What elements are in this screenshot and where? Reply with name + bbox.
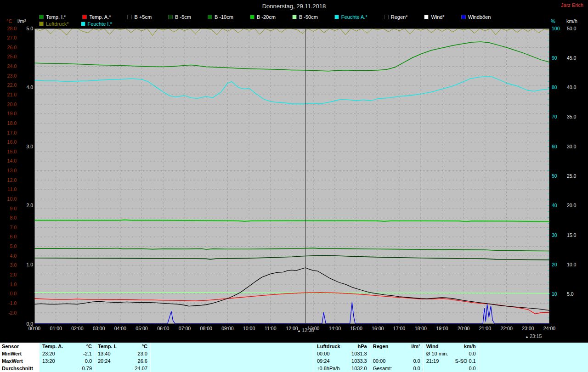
- stats-cell-value: [284, 365, 314, 372]
- stats-group-unit: hPa: [340, 343, 370, 350]
- weather-chart[interactable]: 28.027.026.025.024.023.022.021.020.019.0…: [0, 0, 588, 343]
- stats-cell-value: [394, 350, 423, 357]
- rain-tick-label: 2.0: [26, 203, 33, 208]
- temp-tick-label: 28.0: [7, 26, 17, 31]
- time-tick-label: 10:00: [243, 326, 255, 331]
- stats-cell-time: [151, 357, 284, 365]
- stats-row: 00:000.0: [370, 357, 423, 365]
- wind-tick-label: 20.0: [567, 203, 577, 208]
- temp-tick-label: 13.0: [7, 168, 17, 173]
- humidity-tick-label: 30: [552, 232, 557, 238]
- stats-row: [151, 350, 314, 357]
- stats-row-labels: SensorMinWertMaxWertDurchschnitt: [0, 343, 39, 372]
- time-tick-label: 18:00: [415, 326, 427, 331]
- stats-cell-time: [370, 350, 394, 357]
- stats-row: Ø 10 min.0.0: [424, 350, 479, 357]
- time-tick-label: 09:00: [221, 326, 233, 331]
- temp-tick-label: 8.0: [10, 215, 17, 220]
- stats-row: 00:001031.3: [314, 350, 370, 357]
- stats-row: 21:19S-SO 0.1: [424, 357, 479, 365]
- stats-cell-value: 1033.3: [340, 357, 370, 365]
- humidity-tick-label: 40: [552, 203, 557, 208]
- wind-tick-label: 25.0: [567, 173, 577, 179]
- time-tick-label: 22:00: [500, 326, 512, 331]
- stats-cell-time: [424, 365, 449, 372]
- stats-cell-time: 23:20: [40, 350, 65, 357]
- temp-tick-label: 17.0: [7, 130, 17, 135]
- stats-row: ↑0.8hPa/h1032.0: [314, 365, 370, 372]
- humidity-tick-label: 70: [552, 114, 557, 119]
- wind-tick-label: 50.0: [567, 26, 577, 31]
- stats-group-unit: °C: [65, 343, 95, 350]
- stats-cell-time: ↑0.8hPa/h: [314, 365, 340, 372]
- rain-tick-label: 3.0: [26, 144, 33, 149]
- stats-row-label: Durchschnitt: [0, 365, 39, 372]
- time-tick-label: 23:00: [522, 326, 534, 331]
- time-tick-label: 05:00: [136, 326, 147, 331]
- temp-tick-label: 19.0: [7, 111, 17, 116]
- stats-filler: [479, 343, 588, 372]
- humidity-tick-label: 100: [552, 26, 560, 31]
- wind-tick-label: 45.0: [567, 55, 577, 61]
- stats-cell-time: 00:00: [314, 350, 340, 357]
- time-tick-label: 16:00: [372, 326, 384, 331]
- stats-cell-time: 20:24: [95, 357, 121, 365]
- wind-tick-label: 30.0: [567, 144, 577, 149]
- temp-tick-label: 2.0: [10, 272, 17, 277]
- stats-group-wind: Windkm/hØ 10 min.0.021:19S-SO 0.10.0: [423, 343, 479, 372]
- temp-tick-label: 21.0: [7, 92, 17, 97]
- time-tick-label: 01:00: [50, 326, 62, 331]
- temp-tick-label: 6.0: [10, 234, 17, 239]
- temp-tick-label: 0.0: [10, 291, 17, 296]
- stats-group-spacer: [150, 343, 314, 372]
- rain-tick-label: 1.0: [26, 262, 33, 267]
- wind-tick-label: 10.0: [567, 262, 577, 267]
- temp-tick-label: 7.0: [10, 225, 17, 230]
- wind-tick-label: 35.0: [567, 114, 577, 119]
- time-tick-label: 06:00: [157, 326, 169, 331]
- temp-tick-label: -2.0: [8, 310, 17, 316]
- stats-cell-time: 21:19: [424, 357, 449, 365]
- temp-tick-label: 16.0: [7, 139, 17, 145]
- stats-cell-time: 13:20: [40, 357, 65, 365]
- temp-tick-label: 27.0: [7, 35, 17, 40]
- temp-tick-label: 1.0: [10, 282, 17, 287]
- temp-tick-label: 12.0: [7, 177, 17, 183]
- stats-cell-time: [151, 365, 284, 372]
- stats-group-temp-a: Temp. A.°C23:20-2.113:200.0-0.79: [39, 343, 95, 372]
- time-tick-label: 07:00: [179, 326, 191, 331]
- humidity-tick-label: 50: [552, 173, 557, 179]
- temp-tick-label: 22.0: [7, 82, 17, 88]
- wind-tick-label: 40.0: [567, 85, 577, 90]
- stats-cell-value: [284, 357, 314, 365]
- time-tick-label: 12:00: [286, 326, 298, 331]
- temp-tick-label: 5.0: [10, 243, 17, 249]
- stats-row: 24.07: [95, 365, 150, 372]
- humidity-tick-label: 10: [552, 291, 557, 297]
- stats-row-label: Sensor: [0, 343, 39, 350]
- stats-table: SensorMinWertMaxWertDurchschnittTemp. A.…: [0, 343, 588, 372]
- temp-tick-label: 24.0: [7, 63, 17, 69]
- rain-tick-label: 5.0: [26, 26, 33, 31]
- stats-cell-time: [40, 365, 65, 372]
- stats-cell-value: 1031.3: [340, 350, 370, 357]
- humidity-tick-label: 20: [552, 262, 557, 267]
- temp-tick-label: 10.0: [7, 196, 17, 202]
- time-tick-label: 20:00: [458, 326, 469, 331]
- rain-tick-label: 4.0: [26, 85, 33, 90]
- stats-group-name: [151, 343, 284, 350]
- stats-row: Gesamt:0.0: [370, 365, 423, 372]
- temp-tick-label: 3.0: [10, 262, 17, 268]
- time-marker-arrow-icon: ▲: [525, 335, 529, 339]
- time-tick-label: 03:00: [93, 326, 105, 331]
- stats-cell-value: 0.0: [65, 357, 95, 365]
- stats-group-name: Luftdruck: [314, 343, 340, 350]
- time-marker-label: 23:15: [530, 333, 542, 339]
- stats-group-name: Temp. A.: [40, 343, 65, 350]
- stats-group-unit: °C: [121, 343, 150, 350]
- stats-row: 20:2426.6: [95, 357, 150, 365]
- time-tick-label: 17:00: [393, 326, 405, 331]
- stats-group-regen: Regenl/m²00:000.0Gesamt:0.0: [370, 343, 423, 372]
- time-tick-label: 14:00: [329, 326, 341, 331]
- stats-cell-value: 0.0: [394, 357, 423, 365]
